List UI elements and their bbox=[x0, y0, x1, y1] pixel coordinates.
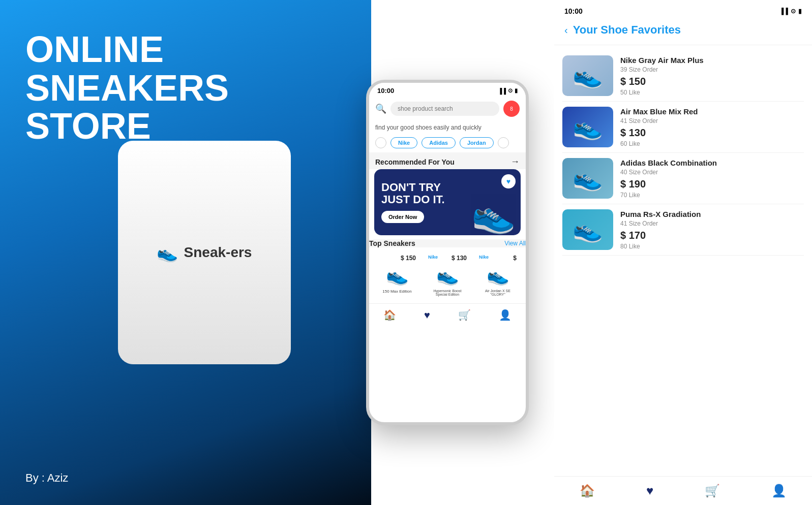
card3-shoe-image: 👟 bbox=[487, 265, 509, 286]
fav-name-4: Puma Rs-X Gradiation bbox=[620, 210, 804, 218]
back-button[interactable]: ‹ bbox=[564, 24, 568, 36]
fav-likes-2: 60 Like bbox=[620, 140, 804, 147]
phone-status-bar: 10:00 ▐▐ ⊙ ▮ bbox=[369, 83, 526, 97]
fav-shoe-icon-3: 👟 bbox=[573, 164, 603, 193]
filter-nike[interactable]: Nike bbox=[390, 137, 417, 148]
fav-shoe-icon-4: 👟 bbox=[573, 215, 603, 244]
nav-heart-icon[interactable]: ♥ bbox=[424, 309, 430, 321]
promo-shoe-image: 👟 bbox=[471, 194, 516, 235]
fav-item-2[interactable]: 👟 Air Max Blue Mix Red 41 Size Order $ 1… bbox=[562, 102, 804, 153]
fav-item-4[interactable]: 👟 Puma Rs-X Gradiation 41 Size Order $ 1… bbox=[562, 204, 804, 256]
recommended-title: Recommended For You bbox=[375, 158, 455, 166]
notif-count: 8 bbox=[510, 106, 513, 112]
order-now-button[interactable]: Order Now bbox=[381, 211, 424, 223]
card1-price: $ 150 bbox=[401, 255, 416, 262]
wifi-icon: ⊙ bbox=[508, 87, 513, 94]
filter-jordan[interactable]: Jordan bbox=[460, 137, 494, 148]
fav-likes-4: 80 Like bbox=[620, 243, 804, 250]
card2-name: Hypersonic Boost Special Edition bbox=[428, 289, 467, 296]
fav-shoe-icon-2: 👟 bbox=[573, 113, 603, 141]
fav-name-2: Air Max Blue Mix Red bbox=[620, 107, 804, 116]
sneaker-card-1[interactable]: $ 150 👟 150 Max Edition bbox=[374, 250, 420, 300]
top-sneakers-title: Top Sneakers bbox=[369, 239, 415, 247]
nav-home-icon[interactable]: 🏠 bbox=[383, 309, 396, 321]
recommended-arrow[interactable]: → bbox=[510, 156, 520, 167]
favorites-title: Your Shoe Favorites bbox=[573, 23, 681, 37]
card2-shoe-image: 👟 bbox=[436, 265, 459, 286]
filter-adidas[interactable]: Adidas bbox=[422, 137, 456, 148]
filter-empty-2 bbox=[498, 137, 509, 148]
search-input[interactable] bbox=[390, 102, 499, 116]
hero-title: ONLINE SNEAKERS STORE bbox=[25, 30, 346, 146]
favorites-header: ‹ Your Shoe Favorites bbox=[554, 18, 812, 45]
filter-empty-1[interactable] bbox=[375, 137, 386, 148]
fav-info-4: Puma Rs-X Gradiation 41 Size Order $ 170… bbox=[620, 210, 804, 250]
fav-likes-3: 70 Like bbox=[620, 192, 804, 199]
promo-banner: DON'T TRY JUST DO IT. Order Now ♥ 👟 bbox=[374, 169, 521, 235]
fav-size-4: 41 Size Order bbox=[620, 220, 804, 227]
sneaker-card-2[interactable]: Nike $ 130 👟 Hypersonic Boost Special Ed… bbox=[424, 250, 471, 300]
sneaker-cards-row: $ 150 👟 150 Max Edition Nike $ 130 👟 Hyp… bbox=[369, 247, 526, 303]
fav-price-3: $ 190 bbox=[620, 178, 804, 190]
card3-price: $ bbox=[513, 255, 517, 262]
fav-info-2: Air Max Blue Mix Red 41 Size Order $ 130… bbox=[620, 107, 804, 147]
fav-price-4: $ 170 bbox=[620, 230, 804, 241]
favorites-status-icons: ▐▐ ⊙ ▮ bbox=[779, 8, 802, 15]
fav-name-1: Nike Gray Air Max Plus bbox=[620, 56, 804, 65]
fav-name-3: Adidas Black Combination bbox=[620, 159, 804, 167]
favorites-list: 👟 Nike Gray Air Max Plus 39 Size Order $… bbox=[554, 45, 812, 476]
favorites-panel: 10:00 ▐▐ ⊙ ▮ ‹ Your Shoe Favorites 👟 Nik… bbox=[554, 0, 812, 505]
fav-item-3[interactable]: 👟 Adidas Black Combination 40 Size Order… bbox=[562, 153, 804, 204]
fav-wifi-icon: ⊙ bbox=[791, 8, 796, 15]
subtitle-text: find your good shoes easily and quickly bbox=[369, 121, 526, 134]
favorites-time: 10:00 bbox=[564, 7, 583, 15]
fav-img-2: 👟 bbox=[562, 107, 613, 147]
status-icons: ▐▐ ⊙ ▮ bbox=[498, 87, 518, 94]
notification-button[interactable]: 8 bbox=[503, 101, 520, 117]
fav-battery-icon: ▮ bbox=[798, 8, 802, 15]
card1-name: 150 Max Edition bbox=[382, 289, 411, 294]
promo-heading-2: JUST DO IT. bbox=[381, 194, 445, 206]
fav-img-3: 👟 bbox=[562, 158, 613, 199]
recommended-section-header: Recommended For You → bbox=[369, 152, 526, 169]
card3-name: Air Jordan X SE "GLORY" bbox=[479, 289, 517, 296]
nav-basket-icon[interactable]: 🛒 bbox=[458, 309, 471, 321]
fav-likes-1: 50 Like bbox=[620, 89, 804, 96]
phone-bottom-nav: 🏠 ♥ 🛒 👤 bbox=[369, 303, 526, 325]
search-icon: 🔍 bbox=[375, 103, 386, 114]
card3-brand: Nike bbox=[479, 255, 489, 260]
filter-row: Nike Adidas Jordan bbox=[369, 134, 526, 152]
promo-text: DON'T TRY JUST DO IT. Order Now bbox=[381, 181, 445, 223]
status-time: 10:00 bbox=[377, 87, 394, 94]
fav-size-3: 40 Size Order bbox=[620, 169, 804, 176]
right-nav-user-icon[interactable]: 👤 bbox=[771, 484, 787, 498]
fav-shoe-icon-1: 👟 bbox=[573, 61, 603, 90]
phone-mockup-1: 10:00 ▐▐ ⊙ ▮ 🔍 8 find your good shoes ea… bbox=[366, 80, 529, 425]
fav-size-2: 41 Size Order bbox=[620, 117, 804, 124]
search-bar-row: 🔍 8 bbox=[369, 97, 526, 121]
fav-item-1[interactable]: 👟 Nike Gray Air Max Plus 39 Size Order $… bbox=[562, 50, 804, 102]
promo-heading-1: DON'T TRY bbox=[381, 181, 445, 194]
right-nav-basket-icon[interactable]: 🛒 bbox=[705, 484, 720, 498]
sneaker-card-3[interactable]: Nike $ 👟 Air Jordan X SE "GLORY" bbox=[475, 250, 521, 300]
favorites-status-bar: 10:00 ▐▐ ⊙ ▮ bbox=[554, 0, 812, 18]
right-nav-home-icon[interactable]: 🏠 bbox=[580, 484, 595, 498]
card1-shoe-image: 👟 bbox=[386, 265, 409, 286]
signal-icon: ▐▐ bbox=[498, 88, 506, 94]
fav-info-3: Adidas Black Combination 40 Size Order $… bbox=[620, 159, 804, 199]
promo-heart-badge[interactable]: ♥ bbox=[501, 174, 516, 188]
fav-price-1: $ 150 bbox=[620, 76, 804, 87]
view-all-link[interactable]: View All bbox=[504, 240, 526, 247]
card2-price: $ 130 bbox=[452, 255, 467, 262]
fav-price-2: $ 130 bbox=[620, 127, 804, 139]
left-panel: ONLINE SNEAKERS STORE By : Aziz 👟 Sneak-… bbox=[0, 0, 371, 505]
shoe-logo-icon: 👟 bbox=[157, 242, 178, 263]
nav-user-icon[interactable]: 👤 bbox=[499, 309, 512, 321]
brand-logo: 👟 Sneak-ers bbox=[157, 242, 252, 263]
fav-img-4: 👟 bbox=[562, 209, 613, 250]
right-nav-heart-icon[interactable]: ♥ bbox=[646, 484, 653, 498]
fav-img-1: 👟 bbox=[562, 55, 613, 96]
fav-signal-icon: ▐▐ bbox=[779, 8, 788, 15]
author-label: By : Aziz bbox=[25, 471, 68, 485]
favorites-bottom-nav: 🏠 ♥ 🛒 👤 bbox=[554, 476, 812, 505]
